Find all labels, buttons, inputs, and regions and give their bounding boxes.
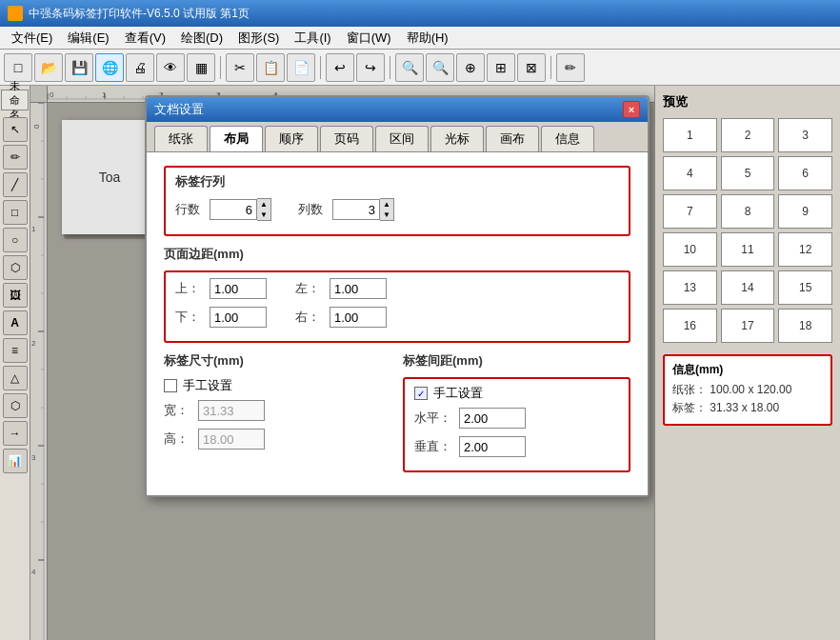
toolbar-sep-2 (320, 56, 321, 79)
tab-zone[interactable]: 区间 (375, 126, 429, 151)
paper-info-row: 纸张： 100.00 x 120.00 (672, 382, 823, 398)
tab-cursor[interactable]: 光标 (430, 126, 484, 151)
margin-section: 上： 下： 左： (164, 270, 630, 343)
tab-paper[interactable]: 纸张 (154, 126, 208, 151)
dialog-tabs: 纸张 布局 顺序 页码 区间 光标 画布 信息 (147, 122, 648, 152)
toolbar-print[interactable]: 🖨 (126, 53, 154, 82)
preview-cell-4: 4 (663, 156, 717, 190)
tool-triangle[interactable]: △ (3, 366, 28, 390)
menu-bar: 文件(E) 编辑(E) 查看(V) 绘图(D) 图形(S) 工具(I) 窗口(W… (0, 27, 840, 50)
menu-view[interactable]: 查看(V) (117, 28, 173, 49)
preview-cell-12: 12 (778, 232, 832, 267)
tool-barcode[interactable]: 📊 (3, 449, 28, 473)
tool-polygon[interactable]: ⬡ (3, 255, 28, 280)
tab-layout[interactable]: 布局 (210, 126, 263, 151)
top-label: 上： (175, 280, 202, 297)
toolbar-save[interactable]: 💾 (65, 53, 93, 82)
toolbar-undo[interactable]: ↩ (326, 53, 354, 82)
menu-shape[interactable]: 图形(S) (230, 28, 287, 49)
tool-line[interactable]: ╱ (3, 172, 28, 197)
toolbar: □ 📂 💾 🌐 🖨 👁 ▦ ✂ 📋 📄 ↩ ↪ 🔍 🔍 ⊕ ⊞ ⊠ ✏ (0, 50, 840, 86)
preview-cell-3: 3 (778, 118, 832, 152)
preview-cell-1: 1 (663, 118, 717, 152)
left-input[interactable] (330, 278, 387, 299)
rows-input[interactable] (210, 199, 257, 220)
bottom-input[interactable] (210, 307, 267, 328)
toolbar-web[interactable]: 🌐 (95, 53, 124, 82)
tool-hex[interactable]: ⬡ (3, 393, 28, 418)
toolbar-redo[interactable]: ↪ (356, 53, 385, 82)
toolbar-preview[interactable]: 👁 (156, 53, 185, 82)
preview-title: 预览 (663, 93, 832, 110)
cols-up[interactable]: ▲ (380, 199, 393, 210)
tool-ellipse[interactable]: ○ (3, 228, 28, 252)
menu-window[interactable]: 窗口(W) (339, 28, 399, 49)
tag-grid-section: 标签行列 行数 ▲ ▼ 列数 (164, 166, 630, 236)
gap-manual-row: ✓ 手工设置 (414, 385, 619, 402)
gap-header: 标签间距(mm) (403, 352, 630, 370)
menu-draw[interactable]: 绘图(D) (173, 28, 230, 49)
toolbar-sep-1 (220, 56, 221, 79)
toolbar-grid1[interactable]: ⊞ (487, 53, 515, 82)
cols-down[interactable]: ▼ (380, 210, 393, 220)
toolbar-sep-4 (550, 56, 551, 79)
document-settings-dialog: 文档设置 × 纸张 布局 顺序 页码 区间 光标 画布 信息 (145, 95, 650, 497)
size-gap-section: 标签尺寸(mm) 手工设置 宽： (164, 352, 630, 482)
tool-table[interactable]: ≡ (3, 338, 28, 363)
tag-grid-row: 行数 ▲ ▼ 列数 (175, 198, 619, 221)
doc-name-tab: 未命名 (1, 90, 29, 110)
cols-input[interactable] (332, 199, 380, 220)
menu-edit[interactable]: 编辑(E) (60, 28, 116, 49)
tool-arrow[interactable]: → (3, 421, 28, 446)
title-bar: 中强条码标签打印软件-V6.5.0 试用版 第1页 (0, 0, 840, 27)
toolbar-new[interactable]: □ (4, 53, 32, 82)
menu-file[interactable]: 文件(E) (4, 28, 60, 49)
toolbar-zoom-in[interactable]: 🔍 (395, 53, 424, 82)
toolbar-barcode[interactable]: ▦ (187, 53, 215, 82)
label-gap-col: 标签间距(mm) ✓ 手工设置 水平： (403, 352, 630, 482)
top-input[interactable] (210, 278, 267, 299)
label-info-label: 标签： (672, 401, 707, 414)
toolbar-grid2[interactable]: ⊠ (517, 53, 546, 82)
info-box: 信息(mm) 纸张： 100.00 x 120.00 标签： 31.33 x 1… (663, 354, 832, 426)
v-gap-row: 垂直： (414, 436, 619, 457)
tool-text[interactable]: A (3, 310, 28, 335)
toolbar-paste[interactable]: 📄 (287, 53, 315, 82)
h-gap-label: 水平： (414, 410, 451, 427)
tab-info[interactable]: 信息 (541, 126, 594, 151)
right-input[interactable] (330, 307, 387, 328)
tool-select[interactable]: ↖ (3, 117, 28, 142)
preview-cell-7: 7 (663, 194, 717, 229)
tab-canvas[interactable]: 画布 (486, 126, 539, 151)
v-gap-label: 垂直： (414, 438, 451, 455)
toolbar-cut[interactable]: ✂ (226, 53, 254, 82)
app-icon (8, 6, 23, 21)
right-margin-row: 右： (295, 307, 387, 328)
dialog-close-button[interactable]: × (623, 101, 640, 118)
toolbar-zoom-out[interactable]: 🔍 (426, 53, 454, 82)
preview-cell-17: 17 (721, 309, 775, 343)
canvas-area: 0 1 2 3 4 (30, 86, 840, 640)
width-input[interactable] (198, 400, 265, 421)
menu-tools[interactable]: 工具(I) (287, 28, 338, 49)
menu-help[interactable]: 帮助(H) (399, 28, 456, 49)
rows-up[interactable]: ▲ (257, 199, 270, 210)
v-gap-input[interactable] (459, 436, 526, 457)
tool-pencil[interactable]: ✏ (3, 145, 28, 170)
preview-cell-10: 10 (663, 232, 717, 267)
gap-manual-checkbox[interactable]: ✓ (414, 387, 428, 400)
tool-rect[interactable]: □ (3, 200, 28, 225)
tab-order[interactable]: 顺序 (265, 126, 318, 151)
toolbar-copy[interactable]: 📋 (256, 53, 285, 82)
toolbar-zoom-fit[interactable]: ⊕ (456, 53, 485, 82)
toolbar-open[interactable]: 📂 (34, 53, 63, 82)
tab-page[interactable]: 页码 (320, 126, 373, 151)
toolbar-pen[interactable]: ✏ (556, 53, 585, 82)
tool-image[interactable]: 🖼 (3, 283, 28, 308)
rows-down[interactable]: ▼ (257, 210, 270, 220)
height-input[interactable] (198, 429, 265, 450)
h-gap-row: 水平： (414, 408, 619, 429)
size-manual-checkbox[interactable] (164, 379, 177, 392)
cols-label: 列数 (298, 201, 325, 218)
h-gap-input[interactable] (459, 408, 526, 429)
